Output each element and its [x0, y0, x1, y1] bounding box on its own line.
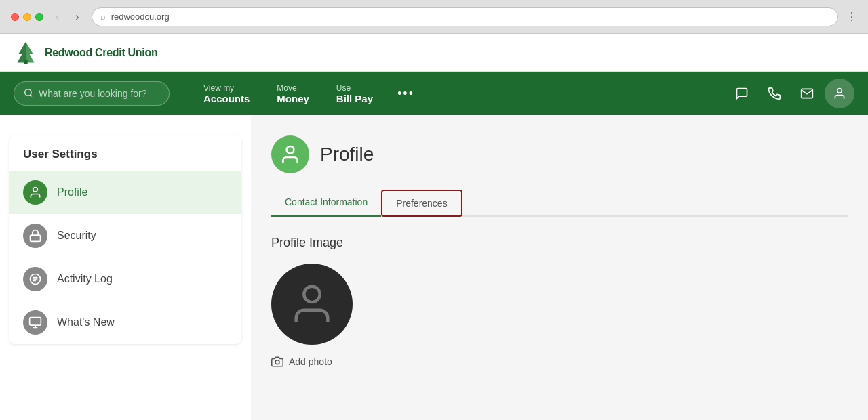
sidebar: User Settings Profile: [0, 115, 251, 420]
person-icon: [28, 186, 42, 199]
monitor-icon: [28, 316, 42, 329]
nav-item-billpay-top: Use: [336, 83, 351, 93]
security-icon-container: [23, 224, 47, 248]
main-content: User Settings Profile: [0, 115, 868, 420]
nav-item-accounts-top: View my: [203, 83, 234, 93]
svg-point-6: [33, 188, 38, 192]
profile-image-container: [271, 264, 353, 345]
sidebar-item-profile[interactable]: Profile: [9, 171, 241, 214]
svg-marker-1: [26, 41, 35, 62]
svg-point-3: [25, 89, 31, 95]
sidebar-label-activity-log: Activity Log: [57, 273, 113, 285]
svg-marker-0: [17, 41, 26, 62]
logo-text: Redwood Credit Union: [45, 47, 157, 59]
tab-contact-label: Contact Information: [285, 196, 368, 207]
sidebar-label-profile: Profile: [57, 186, 87, 198]
search-box[interactable]: [14, 81, 170, 106]
nav-item-accounts[interactable]: View my Accounts: [190, 72, 263, 115]
nav-actions: [727, 79, 854, 108]
nav-item-billpay[interactable]: Use Bill Pay: [323, 72, 387, 115]
add-photo-button[interactable]: Add photo: [271, 356, 332, 368]
address-search-icon: ⌕: [100, 12, 106, 22]
sidebar-container: User Settings Profile: [9, 135, 241, 344]
logo-bar: Redwood Credit Union: [0, 34, 868, 72]
profile-header-icon: [279, 144, 301, 165]
whats-new-icon-container: [23, 310, 47, 335]
sidebar-label-whats-new: What's New: [57, 316, 115, 329]
svg-line-4: [31, 94, 33, 96]
svg-point-15: [287, 146, 294, 154]
phone-button[interactable]: [760, 79, 789, 108]
traffic-lights: [11, 13, 43, 21]
traffic-light-green[interactable]: [35, 13, 43, 21]
svg-point-5: [837, 89, 842, 93]
add-photo-label: Add photo: [289, 356, 332, 367]
sidebar-item-activity-log[interactable]: Activity Log: [9, 257, 241, 301]
search-input[interactable]: [39, 88, 159, 99]
chat-icon: [735, 87, 749, 100]
traffic-light-red[interactable]: [11, 13, 19, 21]
svg-point-16: [304, 287, 319, 302]
svg-rect-12: [30, 318, 41, 326]
logo-area: Redwood Credit Union: [14, 41, 157, 65]
list-icon: [28, 272, 42, 286]
address-text: redwoodcu.org: [111, 12, 170, 22]
profile-image-placeholder-icon: [288, 280, 336, 328]
sidebar-heading: User Settings: [9, 135, 241, 171]
back-button[interactable]: ‹: [52, 8, 63, 26]
sidebar-label-security: Security: [57, 230, 96, 242]
profile-avatar-header: [271, 135, 309, 173]
profile-page-title: Profile: [320, 144, 374, 165]
profile-icon-container: [23, 180, 47, 205]
svg-rect-7: [31, 235, 41, 241]
phone-icon: [768, 87, 781, 100]
mail-button[interactable]: [792, 79, 822, 108]
nav-item-money[interactable]: Move Money: [263, 72, 323, 115]
search-icon: [24, 88, 33, 100]
nav-item-accounts-bottom: Accounts: [203, 93, 250, 104]
svg-rect-2: [24, 60, 27, 63]
tab-preferences-label: Preferences: [396, 198, 447, 209]
logo-icon: [14, 41, 38, 65]
sidebar-item-whats-new[interactable]: What's New: [9, 301, 241, 344]
chat-button[interactable]: [727, 79, 757, 108]
traffic-light-yellow[interactable]: [23, 13, 31, 21]
tab-preferences[interactable]: Preferences: [381, 190, 462, 217]
address-bar[interactable]: ⌕ redwoodcu.org: [92, 7, 838, 26]
content-area: Profile Contact Information Preferences …: [251, 115, 868, 420]
camera-icon: [271, 356, 283, 368]
tab-contact-information[interactable]: Contact Information: [271, 190, 381, 217]
browser-menu-icon[interactable]: ⋮: [846, 10, 857, 23]
lock-icon: [28, 229, 42, 243]
nav-more-button[interactable]: •••: [387, 87, 425, 101]
user-account-icon: [833, 87, 846, 100]
section-title: Profile Image: [271, 236, 848, 250]
profile-image-section: Profile Image Add photo: [271, 236, 848, 368]
activity-icon-container: [23, 267, 47, 291]
nav-bar: View my Accounts Move Money Use Bill Pay…: [0, 72, 868, 115]
tabs-container: Contact Information Preferences: [271, 190, 848, 217]
browser-chrome: ‹ › ⌕ redwoodcu.org ⋮: [0, 0, 868, 34]
user-account-button[interactable]: [825, 79, 854, 108]
svg-point-17: [275, 360, 279, 364]
mail-icon: [800, 87, 814, 100]
nav-item-billpay-bottom: Bill Pay: [336, 93, 373, 104]
app-container: Redwood Credit Union View my Accounts Mo…: [0, 34, 868, 420]
sidebar-item-security[interactable]: Security: [9, 214, 241, 257]
nav-links: View my Accounts Move Money Use Bill Pay…: [190, 72, 727, 115]
browser-icons: ⋮: [846, 10, 857, 23]
forward-button[interactable]: ›: [71, 8, 83, 26]
profile-header: Profile: [271, 135, 848, 173]
nav-item-money-top: Move: [277, 83, 296, 93]
nav-item-money-bottom: Money: [277, 93, 309, 104]
